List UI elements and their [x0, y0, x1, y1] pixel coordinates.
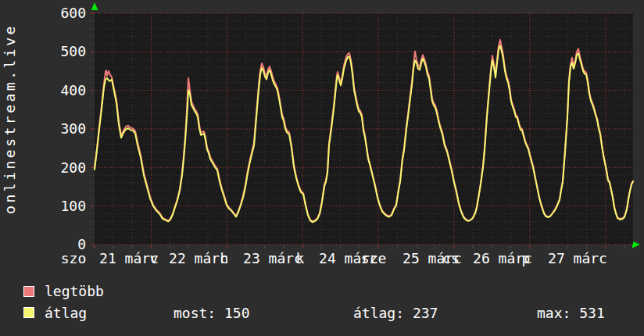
stat-atlag-label: átlag:: [353, 305, 404, 321]
stat-max-value: 531: [579, 305, 605, 321]
x-date-label: 24 márc: [319, 252, 378, 266]
x-date-label: 23 márc: [243, 252, 302, 266]
stat-atlag-value: 237: [413, 305, 438, 321]
y-axis-arrow-icon: [91, 2, 98, 10]
y-tick-label: 600: [11, 6, 86, 20]
y-tick-label: 400: [11, 84, 86, 98]
y-tick-label: 500: [11, 45, 86, 59]
x-date-label: 27 márc: [548, 252, 607, 266]
x-date-label: 26 márc: [473, 252, 532, 266]
x-weekday-label: szo: [61, 252, 87, 266]
x-date-label: 21 márc: [99, 252, 159, 266]
stat-max: max: 531: [537, 306, 605, 320]
legend-label-legtobb: legtöbb: [45, 284, 104, 298]
legend-swatch-legtobb: [23, 286, 34, 297]
stat-max-label: max:: [537, 305, 571, 321]
x-date-label: 22 márc: [169, 252, 228, 266]
y-tick-label: 300: [11, 122, 86, 136]
rrdtool-graph: onlinestream.live 600 500 400 300 200 10…: [0, 0, 644, 336]
legend-label-atlag: átlag: [45, 306, 87, 320]
stat-most-value: 150: [224, 305, 250, 321]
x-date-label: 25 márc: [402, 252, 462, 266]
x-axis-arrow-icon: [632, 241, 640, 248]
stat-most: most: 150: [174, 306, 250, 320]
stat-most-label: most:: [174, 305, 216, 321]
legend-swatch-atlag: [23, 307, 34, 318]
stat-atlag: átlag: 237: [353, 306, 438, 320]
y-tick-label: 100: [11, 199, 86, 213]
y-tick-label: 200: [11, 161, 86, 175]
